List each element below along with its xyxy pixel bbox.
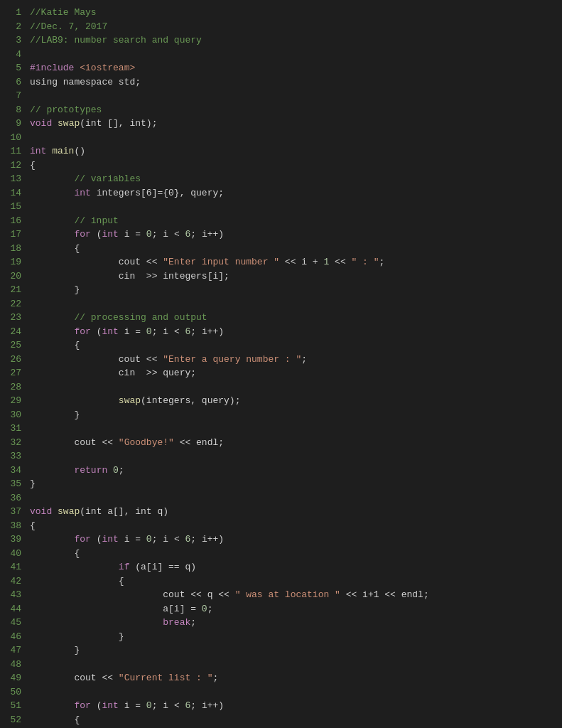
- line-content: #include <iostream>: [30, 61, 556, 75]
- line-content: }: [30, 477, 556, 491]
- line-content: [30, 297, 556, 311]
- code-token: i =: [119, 700, 146, 711]
- line-number: 45: [6, 616, 21, 630]
- line-content: for (int i = 0; i < 6; i++): [30, 699, 556, 713]
- line-number: 10: [6, 131, 21, 145]
- code-token: <iostream>: [74, 63, 135, 73]
- line-number: 28: [6, 380, 21, 395]
- code-line: 36: [0, 491, 562, 505]
- code-token: 0: [113, 465, 119, 476]
- line-number: 47: [6, 643, 21, 658]
- code-line: 45 break;: [0, 616, 562, 630]
- code-token: for: [74, 229, 90, 240]
- code-token: 0: [146, 534, 152, 545]
- line-content: [30, 658, 556, 672]
- code-token: ; i <: [152, 534, 185, 545]
- code-token: ;: [119, 465, 124, 476]
- code-token: {: [30, 160, 36, 171]
- line-number: 22: [6, 297, 21, 311]
- line-number: 30: [6, 408, 21, 422]
- line-number: 27: [6, 366, 21, 380]
- code-token: (integers, query);: [141, 395, 240, 406]
- code-token: ; i <: [152, 700, 185, 711]
- code-token: i =: [119, 534, 146, 545]
- line-number: 3: [6, 33, 21, 48]
- line-content: }: [30, 408, 556, 422]
- line-content: {: [30, 547, 556, 561]
- code-token: (): [74, 146, 85, 156]
- line-content: if (a[i] == q): [30, 560, 556, 574]
- code-line: 13 // variables: [0, 172, 562, 186]
- code-token: " : ": [352, 257, 379, 267]
- code-token: ; i <: [152, 326, 185, 337]
- line-number: 5: [6, 61, 21, 75]
- code-line: 26 cout << "Enter a query number : ";: [0, 353, 562, 367]
- line-content: // processing and output: [30, 311, 556, 325]
- code-token: [30, 562, 119, 572]
- line-number: 11: [6, 144, 21, 159]
- line-number: 6: [6, 75, 21, 90]
- line-content: [30, 48, 556, 62]
- line-number: 2: [6, 20, 21, 34]
- code-line: 17 for (int i = 0; i < 6; i++): [0, 228, 562, 242]
- code-token: {: [30, 548, 80, 559]
- code-token: cin >> integers[i];: [30, 271, 229, 282]
- code-token: }: [30, 410, 80, 420]
- code-token: ; i++): [190, 229, 224, 240]
- code-token: }: [30, 645, 80, 655]
- code-line: 48: [0, 658, 562, 672]
- code-token: #include: [30, 63, 74, 73]
- line-content: {: [30, 519, 556, 533]
- line-number: 32: [6, 436, 21, 450]
- code-token: i =: [119, 229, 146, 240]
- code-token: cout << q <<: [30, 589, 235, 600]
- line-number: 52: [6, 713, 21, 727]
- code-line: 2//Dec. 7, 2017: [0, 20, 562, 34]
- line-number: 50: [6, 685, 21, 700]
- code-line: 34 return 0;: [0, 464, 562, 478]
- line-number: 7: [6, 89, 21, 103]
- code-line: 40 {: [0, 547, 562, 561]
- code-token: ;: [379, 257, 385, 267]
- code-token: cout <<: [30, 673, 119, 683]
- line-number: 46: [6, 630, 21, 644]
- line-content: }: [30, 643, 556, 658]
- line-number: 36: [6, 491, 21, 505]
- code-token: (: [91, 534, 102, 545]
- code-token: i =: [119, 326, 146, 337]
- code-token: int: [102, 534, 118, 545]
- code-token: for: [74, 326, 90, 337]
- code-line: 15: [0, 200, 562, 214]
- code-line: 32 cout << "Goodbye!" << endl;: [0, 436, 562, 450]
- code-line: 21 }: [0, 283, 562, 297]
- code-token: break: [163, 617, 190, 628]
- code-line: 27 cin >> query;: [0, 366, 562, 380]
- code-token: [30, 617, 163, 628]
- line-content: {: [30, 242, 556, 256]
- line-content: //Dec. 7, 2017: [30, 20, 556, 34]
- code-token: (: [91, 229, 102, 240]
- code-token: (int a[], int q): [80, 506, 168, 517]
- line-content: cout << "Enter a query number : ";: [30, 353, 556, 367]
- line-content: {: [30, 159, 556, 173]
- code-line: 31: [0, 422, 562, 436]
- line-number: 19: [6, 255, 21, 269]
- line-content: // prototypes: [30, 103, 556, 117]
- code-line: 43 cout << q << " was at location " << i…: [0, 588, 562, 602]
- code-line: 33: [0, 449, 562, 464]
- line-content: int main(): [30, 144, 556, 159]
- code-token: [52, 118, 58, 129]
- code-line: 50: [0, 685, 562, 700]
- line-number: 15: [6, 200, 21, 214]
- line-content: [30, 449, 556, 464]
- line-content: swap(integers, query);: [30, 394, 556, 408]
- code-token: ;: [190, 617, 196, 628]
- line-content: [30, 131, 556, 145]
- line-number: 44: [6, 602, 21, 616]
- code-line: 22: [0, 297, 562, 311]
- code-token: [30, 326, 74, 337]
- code-line: 28: [0, 380, 562, 395]
- code-line: 38{: [0, 519, 562, 533]
- line-number: 18: [6, 242, 21, 256]
- line-number: 16: [6, 214, 21, 228]
